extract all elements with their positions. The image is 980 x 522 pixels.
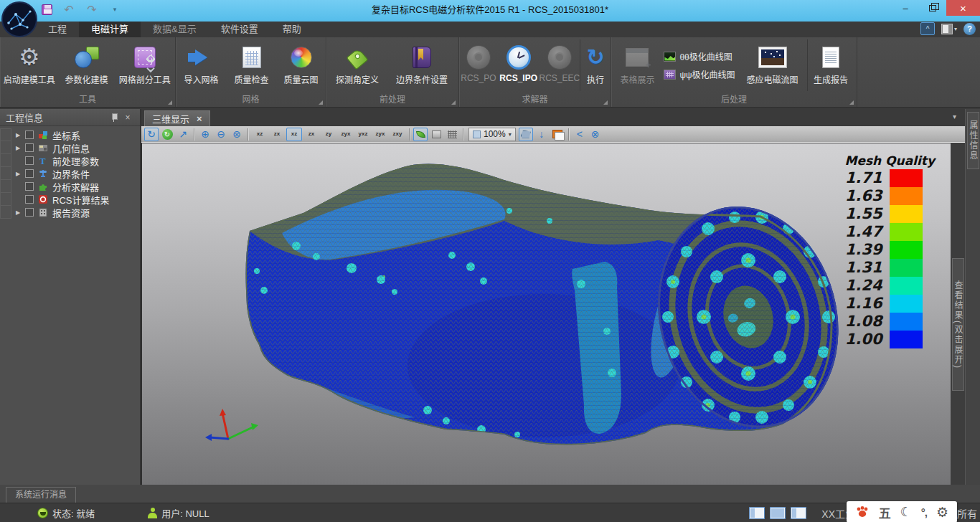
- tree-item-boundary-condition[interactable]: ▶ 边界条件: [11, 167, 140, 180]
- group-expand-icon[interactable]: [319, 100, 323, 105]
- rcs-po-button[interactable]: RCS_PO: [459, 39, 498, 91]
- view-yxz-icon[interactable]: yxz: [355, 128, 371, 141]
- generate-report-button[interactable]: 生成报告: [807, 39, 854, 91]
- help-icon[interactable]: ?: [963, 23, 976, 35]
- view-iso2-icon[interactable]: zxy: [390, 128, 405, 141]
- menu-tab-help[interactable]: 帮助: [270, 22, 314, 37]
- rcs-results-icon: [37, 194, 49, 205]
- ime-moon-icon[interactable]: ☾: [900, 504, 912, 520]
- rcs-eec-button[interactable]: RCS_EEC: [540, 39, 580, 91]
- legend-color-swatch: [890, 223, 923, 241]
- flat-view-icon[interactable]: [429, 128, 443, 141]
- menu-tab-data-display[interactable]: 数据&显示: [141, 22, 209, 37]
- checkbox[interactable]: [25, 130, 34, 139]
- ime-mode-key[interactable]: 五: [879, 503, 891, 521]
- table-display-button[interactable]: 表格展示: [613, 39, 661, 91]
- quality-check-button[interactable]: 质量检查: [227, 39, 277, 91]
- induced-current-map-button[interactable]: 感应电磁流图: [738, 39, 807, 91]
- view-xz-icon[interactable]: xz: [252, 128, 268, 141]
- checkbox[interactable]: [25, 195, 34, 204]
- tree-item-rcs-results[interactable]: RCS计算结果: [11, 193, 140, 206]
- share-view-icon[interactable]: <: [573, 128, 587, 141]
- close-button[interactable]: ×: [946, 0, 980, 16]
- mesh-model[interactable]: [142, 143, 951, 485]
- tree-item-coordinate-system[interactable]: ▶ 坐标系: [11, 128, 140, 141]
- pin-icon[interactable]: [111, 113, 117, 122]
- zoom-window-icon[interactable]: ⊛: [230, 128, 244, 141]
- layout-full-panel-button[interactable]: [770, 507, 786, 519]
- close-view-icon[interactable]: ⊗: [588, 128, 603, 141]
- menu-tab-project[interactable]: 工程: [36, 22, 79, 37]
- property-info-tab[interactable]: 属性信息: [967, 112, 979, 169]
- title-bar: ↶ ↷ ▾ 复杂目标RCS电磁分析软件2015 R1 - RCS_2015031…: [0, 0, 980, 22]
- view-results-tab[interactable]: 查看结果(双击展开): [952, 258, 964, 391]
- view-iso-icon[interactable]: zyx: [372, 128, 388, 141]
- tree-item-report-resources[interactable]: ▶ 报告资源: [11, 206, 140, 219]
- viewport-tab-3d[interactable]: 三维显示 ×: [144, 110, 210, 126]
- ribbon-collapse-icon[interactable]: ^: [920, 22, 935, 35]
- group-expand-icon[interactable]: [603, 100, 608, 105]
- zoom-level-select[interactable]: 100% ▾: [468, 128, 516, 141]
- shaded-view-icon[interactable]: [413, 128, 428, 141]
- layout-left-panel-button[interactable]: [749, 507, 765, 519]
- refresh-view-icon[interactable]: ↻: [160, 128, 174, 141]
- drop-down-view-icon[interactable]: ↓: [534, 128, 549, 141]
- mesh-quality-legend: Mesh Quality 1.71 1.63 1.55 1.47 1.39 1.…: [845, 153, 935, 348]
- execute-button[interactable]: ↻ 执行: [580, 39, 611, 91]
- tabbar-caret-icon[interactable]: ▾: [953, 113, 956, 120]
- group-expand-icon[interactable]: [849, 100, 854, 105]
- rcs-ipo-button[interactable]: RCS_IPO: [498, 39, 540, 91]
- checkbox[interactable]: [25, 169, 34, 178]
- expander-icon[interactable]: ▶: [14, 209, 22, 216]
- expander-icon[interactable]: ▶: [14, 171, 22, 177]
- ime-paw-icon[interactable]: [855, 506, 870, 518]
- tab-close-icon[interactable]: ×: [197, 113, 202, 124]
- view-zx2-icon[interactable]: zx: [303, 128, 319, 141]
- zoom-out-icon[interactable]: ⊖: [214, 128, 228, 141]
- launch-modeling-tool-button[interactable]: ⚙ 启动建模工具: [0, 39, 59, 91]
- import-mesh-button[interactable]: 导入网格: [176, 39, 227, 91]
- layout-right-panel-button[interactable]: [791, 507, 806, 519]
- view-zy-icon[interactable]: zy: [321, 128, 336, 141]
- rotate-view-icon[interactable]: ↻: [144, 128, 159, 141]
- project-tree: ▶ 坐标系 ▶ 几何信息 T 前处理参数 ▶ 边界条件 分析求解器: [11, 128, 140, 219]
- expander-icon[interactable]: ▶: [14, 145, 22, 151]
- ime-settings-icon[interactable]: ⚙: [936, 504, 948, 521]
- checkbox[interactable]: [25, 143, 34, 152]
- checkbox[interactable]: [25, 156, 34, 165]
- expander-icon[interactable]: ▶: [14, 132, 22, 138]
- psi-curve-button[interactable]: ψψ极化曲线图: [664, 68, 735, 80]
- view-zx-icon[interactable]: zx: [269, 128, 285, 141]
- boundary-condition-button[interactable]: 边界条件设置: [387, 39, 457, 91]
- mesh-display-icon[interactable]: [519, 128, 533, 141]
- minimize-button[interactable]: –: [892, 0, 919, 16]
- viewport-3d[interactable]: Mesh Quality 1.71 1.63 1.55 1.47 1.39 1.…: [141, 143, 951, 485]
- layers-icon[interactable]: [550, 128, 565, 141]
- tree-item-preprocess-params[interactable]: T 前处理参数: [11, 154, 140, 167]
- tree-item-analysis-solver[interactable]: 分析求解器: [11, 180, 140, 193]
- checkbox[interactable]: [25, 208, 34, 217]
- tree-item-geometry-info[interactable]: ▶ 几何信息: [11, 141, 140, 154]
- group-expand-icon[interactable]: [168, 100, 172, 105]
- menu-tab-em-compute[interactable]: 电磁计算: [79, 22, 141, 37]
- system-message-tab[interactable]: 系统运行消息: [6, 487, 76, 503]
- restore-button[interactable]: [919, 0, 946, 16]
- ribbon-group-mesh: 导入网格 质量检查 质量云图 网格: [176, 37, 326, 107]
- fit-view-icon[interactable]: ↗: [176, 128, 190, 141]
- probe-angle-button[interactable]: 探测角定义: [328, 39, 387, 91]
- window-style-button[interactable]: ▾: [941, 24, 957, 34]
- points-view-icon[interactable]: [445, 128, 459, 141]
- panel-close-icon[interactable]: ×: [121, 113, 134, 123]
- mesh-partition-tool-button[interactable]: 网格剖分工具: [114, 39, 175, 91]
- parametric-modeling-button[interactable]: 参数化建模: [59, 39, 115, 91]
- menu-tab-settings[interactable]: 软件设置: [209, 22, 270, 37]
- theta-curve-button[interactable]: θθ极化曲线图: [664, 50, 735, 62]
- ime-punctuation-icon[interactable]: °,: [921, 506, 927, 518]
- group-expand-icon[interactable]: [451, 100, 456, 105]
- zoom-in-icon[interactable]: ⊕: [198, 128, 212, 141]
- view-zyx-icon[interactable]: zyx: [338, 128, 354, 141]
- view-xz2-icon[interactable]: xz: [286, 128, 302, 141]
- ime-toolbar[interactable]: 五 ☾ °, ⚙: [847, 501, 957, 522]
- checkbox[interactable]: [25, 182, 34, 191]
- quality-contour-button[interactable]: 质量云图: [277, 39, 326, 91]
